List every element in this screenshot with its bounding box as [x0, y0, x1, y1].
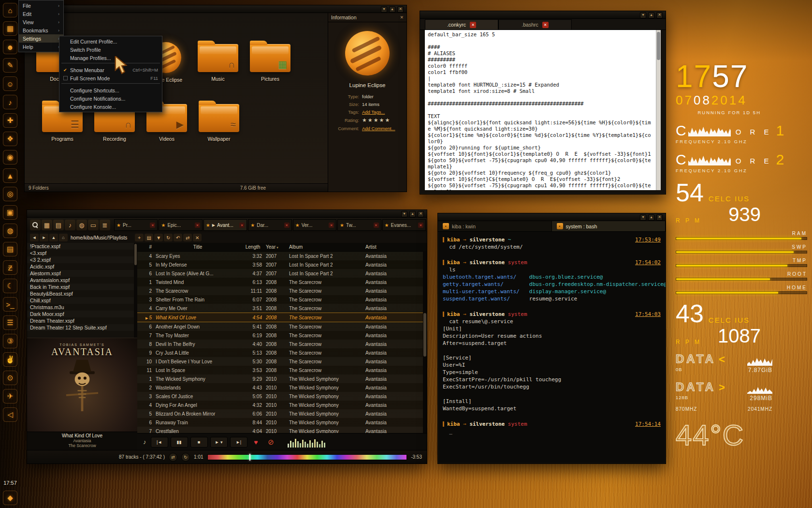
editor-tab[interactable]: .bashrc ✕	[498, 19, 572, 30]
playlist-row[interactable]: 3 Shelter From The Rain 6:07 2008 The Sc…	[137, 295, 427, 304]
volume-icon[interactable]: ◁	[3, 407, 17, 422]
terminal-tab[interactable]: ▪ system : bash	[552, 221, 666, 231]
next-button[interactable]: ►|	[230, 437, 247, 448]
back-icon[interactable]: ◄	[30, 234, 39, 241]
playlist-row[interactable]: 7 The Toy Master 6:19 2008 The Scarecrow…	[137, 331, 427, 340]
playlist-row[interactable]: 6 Lost In Space (Alive At G... 4:37 2007…	[137, 269, 427, 278]
terminal-titlebar[interactable]: ▾ ▴ ✕	[438, 213, 666, 221]
gesture-icon[interactable]: ✌	[3, 352, 17, 367]
folder-item[interactable]: ∩ Music	[192, 40, 244, 83]
column-header[interactable]: Length	[242, 244, 264, 250]
column-header[interactable]: Year	[264, 244, 287, 250]
queue-icon[interactable]: ≣	[100, 220, 110, 230]
folder-item[interactable]: ≈ Wallpaper	[193, 100, 245, 142]
playlist-row[interactable]: 8 Devil In The Belfry 4:40 2008 The Scar…	[137, 340, 427, 348]
playlist-row[interactable]: 5 Blizzard On A Broken Mirror 6:06 2010 …	[137, 409, 427, 418]
users-icon[interactable]: ☻	[3, 40, 17, 54]
playlist-row[interactable]: 5 What Kind Of Love 4:54 2008 The Scarec…	[137, 313, 427, 322]
playlist-file[interactable]: Dream Theater.xspf	[27, 317, 137, 324]
undo-icon[interactable]: ↶	[174, 234, 182, 241]
column-header[interactable]: Title	[154, 244, 242, 250]
playlist-file[interactable]: <3 2.xspf	[27, 256, 137, 263]
library-icon[interactable]: ▦	[42, 220, 52, 230]
web-icon[interactable]: ◍	[76, 220, 87, 230]
menu-item[interactable]: Configure Konsole...	[59, 103, 162, 111]
playlist-row[interactable]: 4 Carry Me Over 3:51 2008 The Scarecrow …	[137, 304, 427, 313]
playlist-file[interactable]: Dream Theater 12 Step Suite.xspf	[27, 324, 137, 331]
minimize-icon[interactable]: ▾	[381, 6, 387, 13]
play-button[interactable]: ► ▾	[210, 437, 228, 448]
refresh-icon[interactable]: ↻	[164, 234, 173, 241]
maximize-icon[interactable]: ▴	[389, 6, 395, 13]
close-tab-icon[interactable]: ✕	[470, 22, 476, 28]
close-icon[interactable]: ✕	[656, 12, 663, 18]
menu-item[interactable]: Edit Current Profile...	[59, 37, 162, 45]
editor-tab[interactable]: .conkyrc ✕	[425, 19, 498, 30]
close-icon[interactable]: ✕	[656, 214, 663, 221]
playlist-row[interactable]: 2 Wastelands 4:43 2010 The Wicked Sympho…	[137, 383, 427, 392]
vlc-icon[interactable]: ▲	[3, 168, 17, 183]
up-icon[interactable]: ▲	[49, 234, 58, 241]
menu-item[interactable]: File ›	[19, 1, 63, 10]
app-grid-icon[interactable]: ▦	[3, 21, 17, 36]
playlist-row[interactable]: 1 The Wicked Symphony 9:29 2010 The Wick…	[137, 374, 427, 383]
close-toolbar-icon[interactable]: ✕	[193, 234, 202, 241]
playlist-row[interactable]: 1 Twisted Mind 6:13 2008 The Scarecrow A…	[137, 278, 427, 286]
folder-item[interactable]: ▦ Pictures	[244, 40, 296, 83]
home-icon[interactable]: ⌂	[3, 3, 17, 17]
plane-icon[interactable]: ✈	[3, 389, 17, 403]
playlists-icon[interactable]: ▤	[53, 220, 64, 230]
close-tab-icon[interactable]: ✕	[195, 223, 200, 228]
menu-item[interactable]: Settings ›	[19, 34, 63, 43]
minimize-icon[interactable]: ▾	[401, 211, 407, 217]
playlist-tab[interactable]: ★ ▶ Pr... ✕	[114, 219, 158, 231]
gimp-icon[interactable]: ✎	[3, 58, 17, 73]
playlist-file[interactable]: Dark Moor.xspf	[27, 311, 137, 317]
new-tab-icon[interactable]: +	[135, 234, 144, 241]
eye-icon[interactable]: ◍	[3, 224, 17, 238]
close-tab-icon[interactable]: ✕	[374, 223, 379, 228]
playlist-file[interactable]: Alestorm.xspf	[27, 270, 137, 277]
playlist-file[interactable]: !Practice.xspf	[27, 243, 137, 250]
playlist-row[interactable]: 11 Lost In Space 3:53 2008 The Scarecrow…	[137, 366, 427, 374]
close-icon[interactable]: ✕	[418, 211, 424, 217]
previous-button[interactable]: |◄	[151, 437, 168, 448]
search-icon[interactable]	[30, 220, 41, 230]
playlist-row[interactable]: 4 Dying For An Angel 4:32 2010 The Wicke…	[137, 401, 427, 409]
terminal-icon[interactable]: >_	[3, 297, 17, 312]
seek-bar[interactable]	[207, 454, 407, 460]
playlist-tab[interactable]: ★ ▶ Ver... ✕	[293, 219, 336, 231]
menu-item[interactable]: Configure Shortcuts...	[59, 86, 162, 94]
close-tab-icon[interactable]: ✕	[329, 223, 334, 228]
close-tab-icon[interactable]: ✕	[418, 223, 423, 228]
menu-item[interactable]: View ›	[19, 18, 63, 26]
menu-item[interactable]	[61, 83, 160, 85]
menu-item[interactable]: Switch Profile	[59, 45, 162, 54]
scrollbar-thumb[interactable]	[134, 244, 137, 265]
playlist-row[interactable]: 6 Runaway Train 8:44 2010 The Wicked Sym…	[137, 418, 427, 427]
kde-menu-icon[interactable]: ◆	[3, 491, 17, 505]
playlist-file[interactable]: Back in Time.xspf	[27, 284, 137, 290]
playlist-row[interactable]: 6 Another Angel Down 5:41 2008 The Scare…	[137, 322, 427, 331]
stop-button[interactable]: ■	[190, 437, 208, 448]
close-tab-icon[interactable]: ✕	[284, 223, 290, 228]
home-folder-icon[interactable]: ⌂	[59, 234, 68, 241]
save-icon[interactable]: ▼	[154, 234, 163, 241]
menu-item[interactable]: Bookmarks ›	[19, 26, 63, 34]
firefox-icon[interactable]: ◉	[3, 150, 17, 164]
playlist-file[interactable]: Avantasialon.xspf	[27, 277, 137, 284]
playlist-row[interactable]: 2 The Scarecrow 11:11 2008 The Scarecrow…	[137, 286, 427, 295]
playlist-header[interactable]: #TitleLengthYearAlbumArtist	[137, 243, 427, 252]
playlist-tab[interactable]: ★ ▶ Tw... ✕	[337, 219, 381, 231]
chip-icon[interactable]: ▤	[3, 242, 17, 256]
close-tab-icon[interactable]: ✕	[542, 22, 549, 28]
shuffle-small-icon[interactable]: ⇄	[183, 234, 192, 241]
repeat-button[interactable]: ↻	[181, 453, 190, 462]
ban-button[interactable]: ⊘	[265, 437, 277, 447]
playlist-row[interactable]: 7 Crestfallen 4:04 2010 The Wicked Symph…	[137, 427, 427, 433]
zs-app-icon[interactable]: Ƶ	[3, 260, 17, 275]
favorite-button[interactable]: ♥	[250, 437, 262, 447]
editor-text[interactable]: default_bar_size 165 5 #### # ALIASES ##…	[425, 30, 656, 190]
playlist-row[interactable]: 9 Cry Just A Little 5:13 2008 The Scarec…	[137, 348, 427, 357]
playlist-tab[interactable]: ★ ▶ Epic... ✕	[159, 219, 202, 231]
